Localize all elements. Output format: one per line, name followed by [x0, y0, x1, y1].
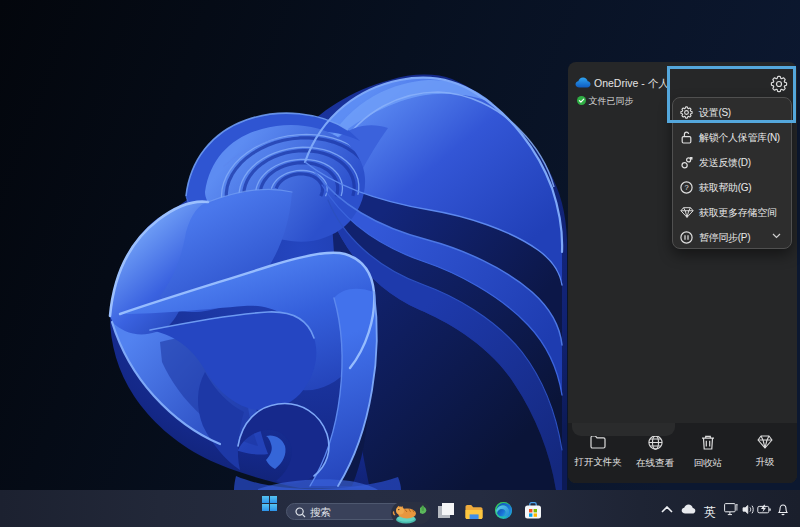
svg-text:?: ?: [684, 183, 688, 192]
